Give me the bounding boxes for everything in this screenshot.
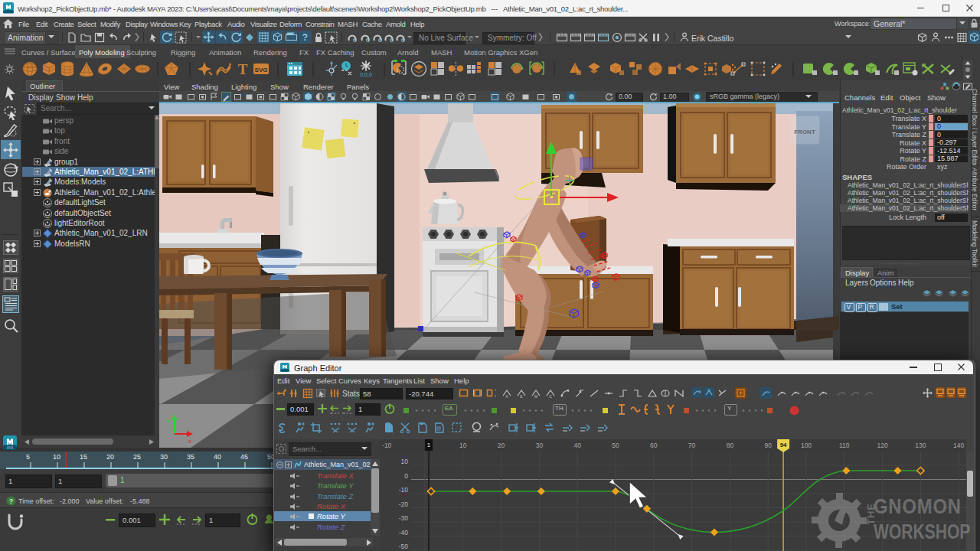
svg-text:10: 10 — [459, 442, 467, 449]
svg-text:AYA: AYA — [7, 446, 13, 450]
svg-text:?: ? — [9, 497, 14, 505]
svg-text:110: 110 — [839, 442, 850, 449]
svg-text:@: @ — [436, 425, 441, 431]
svg-text:-10: -10 — [399, 486, 409, 494]
svg-text:70: 70 — [688, 442, 696, 449]
svg-text:80: 80 — [727, 442, 734, 449]
svg-text:-30: -30 — [399, 514, 409, 522]
svg-text:E: E — [520, 394, 523, 399]
svg-text:x: x — [188, 438, 191, 445]
svg-text:130: 130 — [915, 442, 926, 449]
svg-text:SVG: SVG — [255, 67, 268, 73]
svg-text:-40: -40 — [399, 529, 409, 536]
svg-text:M: M — [534, 394, 537, 399]
svg-text:30: 30 — [536, 442, 544, 449]
svg-text:0,0,0: 0,0,0 — [360, 72, 372, 77]
svg-text:140: 140 — [953, 442, 964, 449]
svg-text:10: 10 — [401, 458, 409, 465]
svg-text:40: 40 — [573, 442, 581, 449]
svg-text:-20: -20 — [399, 500, 409, 508]
svg-text:?: ? — [302, 32, 308, 43]
svg-text:0: 0 — [404, 472, 408, 480]
svg-text:-50: -50 — [399, 543, 409, 550]
svg-text:1: 1 — [427, 442, 431, 448]
svg-text:60: 60 — [650, 442, 658, 449]
svg-text:-10: -10 — [382, 442, 392, 449]
svg-text:94: 94 — [780, 442, 787, 448]
svg-text:120: 120 — [877, 442, 888, 449]
svg-text:T: T — [238, 61, 248, 77]
svg-text:90: 90 — [764, 442, 772, 449]
svg-text:C: C — [549, 394, 552, 399]
svg-text:50: 50 — [612, 442, 619, 449]
svg-text:20: 20 — [498, 442, 505, 449]
svg-text:100: 100 — [801, 442, 812, 449]
svg-text:A: A — [505, 394, 508, 399]
svg-text:y: y — [167, 416, 170, 423]
